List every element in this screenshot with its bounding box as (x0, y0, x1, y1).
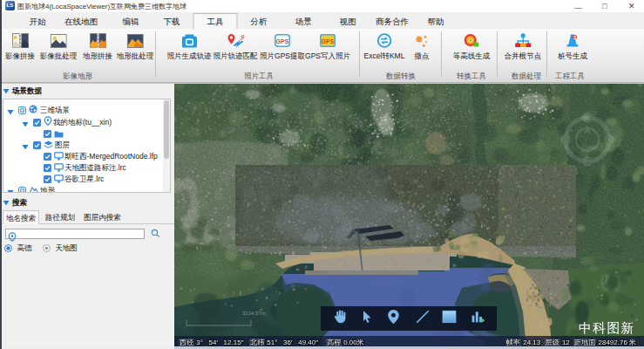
svg-text:GPS: GPS (322, 38, 335, 44)
svg-text:3: 3 (573, 35, 576, 40)
svg-text:GPS: GPS (276, 38, 289, 44)
svg-text:3214.57m: 3214.57m (242, 311, 266, 316)
